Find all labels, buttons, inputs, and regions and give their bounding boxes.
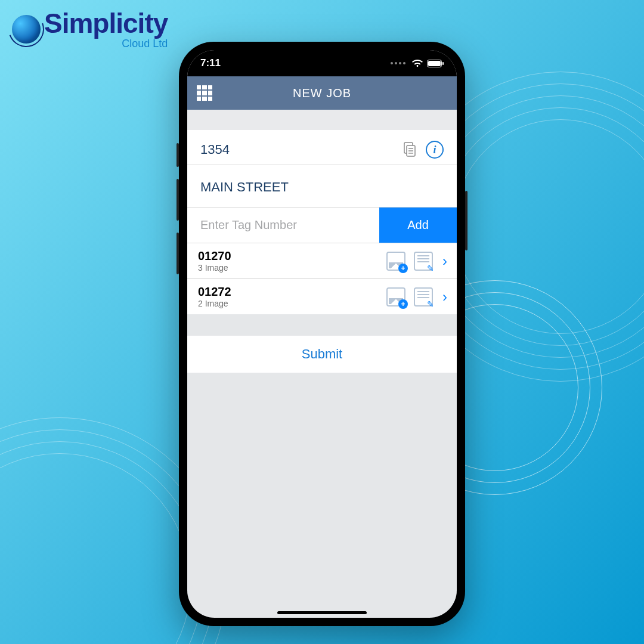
tag-number-input[interactable]: [187, 208, 379, 243]
promo-background: Simplicity Cloud Ltd 7:11: [0, 0, 644, 644]
add-image-icon[interactable]: +: [385, 250, 407, 272]
brand-ring-icon: [2, 5, 50, 53]
job-number: 1354: [200, 142, 394, 157]
submit-button[interactable]: Submit: [302, 346, 342, 362]
street-block: MAIN STREET: [187, 165, 457, 207]
svg-rect-2: [442, 62, 444, 65]
tag-list-item[interactable]: 01270 3 Image + ✎ ›: [187, 243, 457, 278]
device-screen: 7:11 NEW JOB: [187, 50, 457, 618]
home-indicator: [277, 611, 367, 614]
menu-grid-icon[interactable]: [197, 85, 212, 101]
device-side-button: [177, 143, 179, 167]
add-image-icon[interactable]: +: [385, 286, 407, 308]
brand-subtitle: Cloud Ltd: [122, 38, 168, 49]
copy-icon[interactable]: [401, 141, 419, 159]
device-notch: [265, 50, 379, 68]
submit-row: Submit: [187, 336, 457, 373]
wifi-icon: [411, 59, 423, 67]
add-button[interactable]: Add: [379, 208, 457, 243]
status-time: 7:11: [200, 57, 221, 69]
job-number-row: 1354 i: [187, 130, 457, 165]
tag-number: 01270: [198, 249, 385, 263]
tag-subtitle: 3 Image: [198, 263, 385, 273]
add-tag-row: Add: [187, 207, 457, 243]
cellular-dots-icon: [391, 62, 405, 64]
tag-list-item[interactable]: 01272 2 Image + ✎ ›: [187, 278, 457, 314]
job-card: 1354 i MAIN STREET Add 01270 3 Ima: [187, 130, 457, 314]
edit-note-icon[interactable]: ✎: [413, 286, 434, 308]
app-header: NEW JOB: [187, 76, 457, 110]
tag-number: 01272: [198, 285, 385, 299]
brand-globe-icon: [12, 15, 41, 44]
chevron-right-icon[interactable]: ›: [440, 289, 450, 305]
device-side-button: [465, 191, 467, 250]
chevron-right-icon[interactable]: ›: [440, 253, 450, 270]
device-side-button: [177, 233, 179, 274]
svg-rect-1: [428, 61, 441, 66]
page-title: NEW JOB: [293, 86, 351, 100]
brand-name: Simplicity: [44, 10, 168, 37]
brand-logo: Simplicity Cloud Ltd: [12, 10, 168, 49]
edit-note-icon[interactable]: ✎: [413, 250, 434, 272]
battery-icon: [427, 60, 444, 67]
section-gap: [187, 110, 457, 130]
device-side-button: [177, 179, 179, 221]
tag-subtitle: 2 Image: [198, 299, 385, 308]
device-frame: 7:11 NEW JOB: [179, 42, 465, 626]
street-name: MAIN STREET: [200, 179, 444, 195]
info-icon[interactable]: i: [426, 141, 444, 159]
